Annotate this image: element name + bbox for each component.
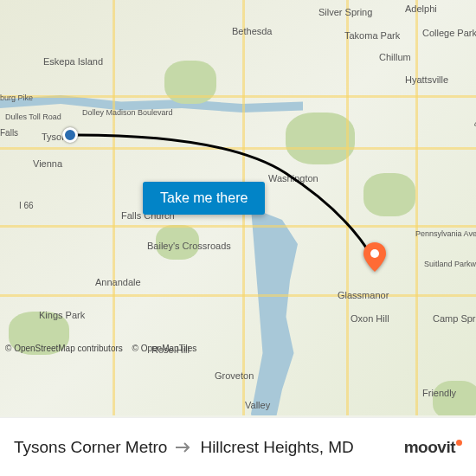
road [113,0,115,415]
park-area [363,173,415,216]
place-label: Suitland Parkway [424,260,476,268]
tiles-attribution[interactable]: © OpenMapTiles [132,344,197,353]
svg-point-0 [370,249,379,258]
place-label: Bailey's Crossroads [147,241,231,251]
place-label: Chillum [379,52,411,62]
moovit-logo[interactable]: moovit [404,438,462,457]
place-label: Vienna [33,158,62,169]
place-label: Takoma Park [344,30,400,41]
take-me-there-button[interactable]: Take me there [143,182,265,215]
osm-attribution[interactable]: © OpenStreetMap contributors [5,344,123,353]
place-label: Adelphi [405,3,437,14]
place-label: College Park [422,28,476,38]
road [0,294,476,297]
place-label: Glassmanor [338,290,389,300]
place-label: Kings Park [39,310,85,320]
road [346,0,349,415]
place-label: Dulles Toll Road [5,113,61,121]
map-pin-icon [363,242,386,272]
road [415,0,418,415]
origin-label: Tysons Corner Metro [14,438,167,457]
place-label: Silver Spring [318,7,372,17]
place-label: Pennsylvania Ave [415,229,476,238]
place-label: Friendly [422,388,456,398]
park-area [286,113,355,164]
place-label: Dolley Madison Boulevard [82,108,173,117]
route-summary: Tysons Corner Metro Hillcrest Heights, M… [14,438,354,457]
place-label: burg Pike [0,93,33,102]
map-viewport[interactable]: Eskepa Island Silver Spring Bethesda Ade… [0,0,476,415]
destination-label: Hillcrest Heights, MD [200,438,353,457]
place-label: I 66 [19,201,34,210]
potomac-river [251,208,329,415]
road [0,147,476,150]
place-label: Groveton [215,370,254,381]
place-label: Annandale [95,277,141,287]
map-attribution: © OpenStreetMap contributors © OpenMapTi… [5,344,203,353]
place-label: Washington [268,173,318,183]
place-label: Oxon Hill [351,313,389,324]
brand-dot-icon [456,440,462,446]
brand-name: moovit [404,438,455,457]
place-label: Valley [245,400,270,410]
park-area [433,381,476,415]
place-label: Falls [0,128,18,138]
road [0,225,476,228]
place-label: Camp Springs [433,313,476,324]
origin-marker[interactable] [62,127,78,143]
place-label: Bethesda [232,26,272,36]
route-footer: Tysons Corner Metro Hillcrest Heights, M… [0,417,476,476]
place-label: Hyattsville [405,74,448,85]
road [0,95,476,98]
arrow-right-icon [176,441,191,453]
place-label: Eskepa Island [43,56,103,67]
destination-marker[interactable] [363,242,386,275]
